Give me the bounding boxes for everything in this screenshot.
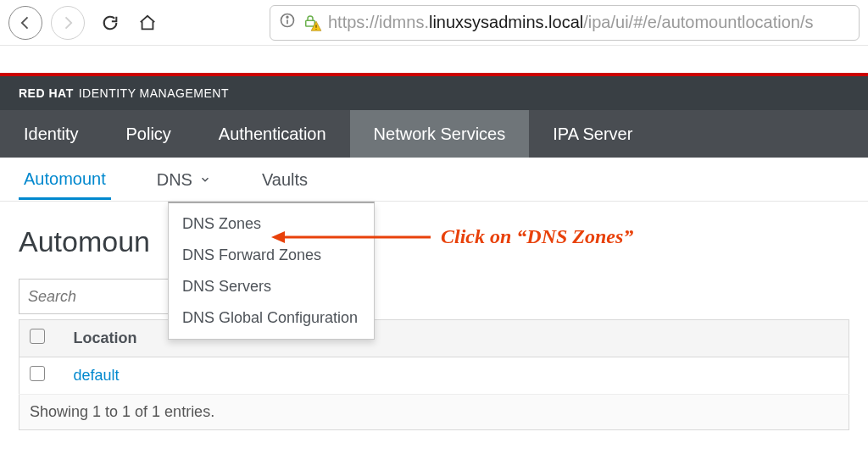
table-footer: Showing 1 to 1 of 1 entries. [19,395,849,430]
lock-warning-icon [303,14,321,32]
dd-dns-global-config[interactable]: DNS Global Configuration [169,302,374,334]
nav-policy[interactable]: Policy [102,110,194,158]
tab-automount[interactable]: Automount [19,159,111,200]
annotation: Click on “DNS Zones” [271,225,633,248]
nav-label: Policy [125,125,170,144]
dd-label: DNS Forward Zones [182,246,321,263]
nav-ipa-server[interactable]: IPA Server [529,110,656,158]
chevron-down-icon [199,170,211,190]
dd-label: DNS Global Configuration [182,309,358,326]
nav-label: IPA Server [553,125,632,144]
nav-label: Network Services [374,125,506,144]
annotation-text: Click on “DNS Zones” [441,225,633,248]
checkbox-icon [30,329,45,344]
location-link[interactable]: default [74,367,120,384]
tab-label: Vaults [262,170,308,189]
brand-product: IDENTITY MANAGEMENT [79,86,229,100]
dd-label: DNS Zones [182,215,261,232]
table-row: default [19,357,849,395]
home-button[interactable] [131,6,164,40]
dd-label: DNS Servers [182,278,271,295]
tab-label: Automount [24,169,106,188]
nav-network-services[interactable]: Network Services [350,110,530,158]
arrow-left-icon [271,227,432,247]
address-bar[interactable]: https://idmns.linuxsysadmins.local/ipa/u… [270,5,860,41]
primary-nav: Identity Policy Authentication Network S… [0,110,868,158]
svg-marker-7 [271,231,285,243]
checkbox-icon [30,366,45,381]
browser-toolbar: https://idmns.linuxsysadmins.local/ipa/u… [0,0,868,46]
footer-text: Showing 1 to 1 of 1 entries. [30,403,214,420]
svg-point-5 [315,28,316,29]
tab-vaults[interactable]: Vaults [257,160,313,198]
tab-dns[interactable]: DNS [152,160,216,198]
back-button[interactable] [8,6,42,40]
dd-dns-servers[interactable]: DNS Servers [169,271,374,302]
nav-label: Authentication [219,125,326,144]
url-text: https://idmns.linuxsysadmins.local/ipa/u… [328,13,814,32]
locations-table: Location default Showing 1 to 1 of 1 ent… [19,319,849,430]
dns-dropdown: DNS Zones DNS Forward Zones DNS Servers … [168,202,375,340]
nav-identity[interactable]: Identity [0,110,102,158]
select-all-header[interactable] [19,320,64,357]
tab-label: DNS [157,170,192,190]
nav-authentication[interactable]: Authentication [195,110,350,158]
brand-name: RED HAT [19,86,74,100]
row-select[interactable] [19,357,64,395]
brand-header: RED HAT IDENTITY MANAGEMENT [0,76,868,110]
forward-button[interactable] [51,6,85,40]
reload-button[interactable] [93,6,127,40]
nav-label: Identity [24,125,78,144]
col-label: Location [74,329,137,346]
secondary-nav: Automount DNS Vaults DNS Zones DNS Forwa… [0,158,868,202]
svg-point-2 [287,16,288,18]
info-icon [279,12,296,33]
search-row [19,279,849,314]
